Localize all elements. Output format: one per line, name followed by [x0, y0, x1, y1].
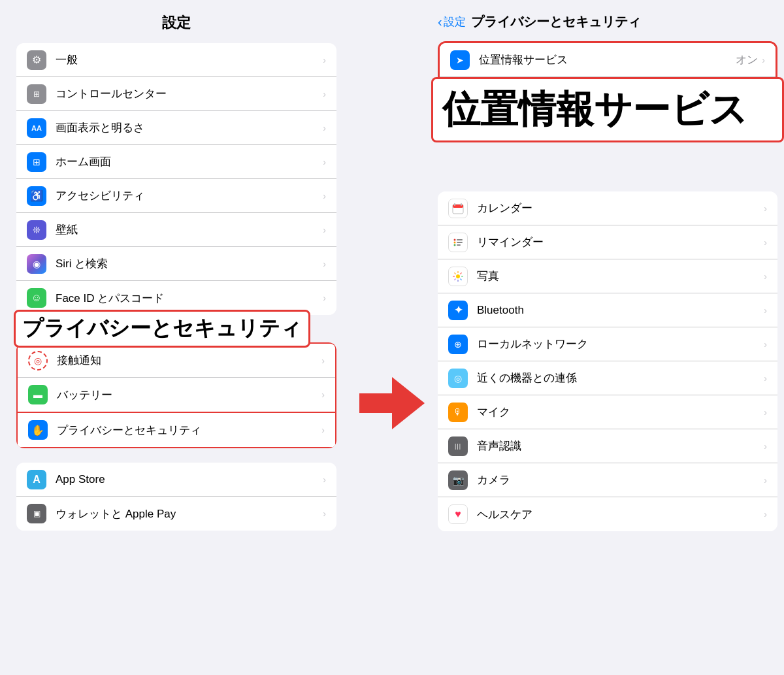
svg-point-5 — [454, 241, 456, 243]
homescreen-icon: ⊞ — [27, 152, 46, 172]
wallpaper-label: 壁紙 — [56, 222, 323, 237]
svg-rect-18 — [454, 272, 456, 274]
mic-label: マイク — [477, 404, 764, 420]
svg-rect-15 — [458, 280, 459, 282]
right-row-localnet[interactable]: ⊕ ローカルネットワーク › — [438, 327, 777, 361]
location-chevron: › — [762, 55, 765, 65]
speech-chevron: › — [764, 441, 767, 452]
battery-icon: ▬ — [28, 385, 48, 404]
privacy-chevron: › — [321, 425, 325, 435]
right-row-health[interactable]: ♥ ヘルスケア › — [438, 497, 777, 531]
svg-rect-16 — [454, 278, 456, 280]
left-panel: 設定 ⚙ 一般 › ⊞ コントロールセンター › AA 画面表示と明るさ › ⊞… — [0, 0, 353, 675]
location-label: 位置情報サービス — [479, 52, 736, 67]
health-label: ヘルスケア — [477, 507, 764, 522]
display-icon: AA — [27, 118, 46, 138]
accessibility-icon: ♿ — [27, 186, 46, 206]
sidebar-item-wallpaper[interactable]: ❊ 壁紙 › — [16, 213, 336, 247]
mic-chevron: › — [764, 407, 767, 418]
speech-icon: ||| — [448, 436, 468, 456]
contact-icon: ◎ — [28, 351, 48, 370]
calendar-icon — [448, 199, 468, 218]
svg-rect-14 — [460, 278, 462, 280]
general-icon: ⚙ — [27, 50, 46, 70]
svg-point-4 — [454, 239, 456, 240]
appstore-label: App Store — [56, 473, 323, 486]
svg-rect-12 — [460, 272, 462, 274]
back-chevron-icon: ‹ — [438, 14, 442, 29]
general-chevron: › — [323, 55, 326, 65]
speech-label: 音声認識 — [477, 438, 764, 453]
sidebar-item-general[interactable]: ⚙ 一般 › — [16, 43, 336, 77]
bluetooth-label: Bluetooth — [477, 304, 764, 317]
privacy-icon: ✋ — [28, 420, 48, 440]
contact-label: 接触通知 — [57, 353, 321, 368]
right-row-photos[interactable]: 写真 › — [438, 259, 777, 293]
wallpaper-icon: ❊ — [27, 220, 46, 240]
right-row-reminders[interactable]: リマインダー › — [438, 225, 777, 259]
nearby-chevron: › — [764, 373, 767, 384]
svg-rect-9 — [457, 244, 461, 246]
sidebar-item-homescreen[interactable]: ⊞ ホーム画面 › — [16, 145, 336, 179]
appstore-chevron: › — [323, 474, 326, 485]
display-chevron: › — [323, 123, 326, 133]
privacy-label: プライバシーとセキュリティ — [57, 423, 321, 438]
wallpaper-chevron: › — [323, 225, 326, 235]
svg-rect-7 — [457, 239, 463, 240]
sidebar-item-privacy[interactable]: ✋ プライバシーとセキュリティ › — [18, 413, 335, 447]
mic-icon: 🎙 — [448, 403, 468, 422]
back-button[interactable]: ‹ 設定 — [438, 14, 466, 29]
sidebar-item-control[interactable]: ⊞ コントロールセンター › — [16, 77, 336, 111]
localnet-label: ローカルネットワーク — [477, 337, 764, 352]
svg-rect-11 — [458, 271, 459, 273]
contact-chevron: › — [321, 355, 325, 366]
sidebar-item-battery[interactable]: ▬ バッテリー › — [18, 378, 335, 412]
sidebar-item-contact-trace[interactable]: ◎ 接触通知 › — [18, 344, 335, 378]
faceid-icon: ☺ — [27, 288, 46, 308]
sidebar-item-siri[interactable]: ◉ Siri と検索 › — [16, 247, 336, 281]
wallet-icon: ▣ — [27, 504, 46, 523]
settings-group-1: ⚙ 一般 › ⊞ コントロールセンター › AA 画面表示と明るさ › ⊞ ホー… — [16, 43, 336, 315]
control-chevron: › — [323, 89, 326, 99]
right-row-location[interactable]: ➤ 位置情報サービス オン › — [440, 43, 776, 77]
camera-chevron: › — [764, 475, 767, 486]
sidebar-item-wallet[interactable]: ▣ ウォレットと Apple Pay › — [16, 497, 336, 531]
right-row-speech[interactable]: ||| 音声認識 › — [438, 429, 777, 463]
reminders-label: リマインダー — [477, 235, 764, 250]
accessibility-label: アクセシビリティ — [56, 188, 323, 203]
right-row-nearby[interactable]: ◎ 近くの機器との連係 › — [438, 361, 777, 395]
battery-label: バッテリー — [57, 387, 321, 403]
camera-label: カメラ — [477, 472, 764, 487]
calendar-chevron: › — [764, 203, 767, 214]
appstore-icon: A — [27, 470, 46, 489]
sidebar-item-appstore[interactable]: A App Store › — [16, 463, 336, 497]
right-row-camera[interactable]: 📷 カメラ › — [438, 463, 777, 497]
sidebar-item-accessibility[interactable]: ♿ アクセシビリティ › — [16, 179, 336, 213]
privacy-big-label: プライバシーとセキュリティ — [22, 316, 302, 340]
siri-icon: ◉ — [27, 254, 46, 274]
localnet-chevron: › — [764, 339, 767, 350]
sidebar-item-display[interactable]: AA 画面表示と明るさ › — [16, 111, 336, 145]
health-chevron: › — [764, 509, 767, 519]
location-big-overlay-label: 位置情報サービス — [442, 88, 747, 130]
svg-point-10 — [456, 274, 460, 278]
svg-rect-8 — [457, 242, 463, 243]
svg-rect-17 — [453, 276, 455, 276]
display-label: 画面表示と明るさ — [56, 120, 323, 135]
right-row-mic[interactable]: 🎙 マイク › — [438, 395, 777, 429]
nearby-label: 近くの機器との連係 — [477, 370, 764, 386]
siri-label: Siri と検索 — [56, 256, 323, 271]
siri-chevron: › — [323, 259, 326, 269]
wallet-chevron: › — [323, 508, 326, 519]
svg-rect-3 — [461, 203, 462, 206]
camera-icon: 📷 — [448, 470, 468, 490]
photos-chevron: › — [764, 271, 767, 282]
right-panel: ‹ 設定 プライバシーとセキュリティ ➤ 位置情報サービス オン › 📞 トラッ… — [431, 0, 784, 675]
navigation-arrow — [353, 0, 431, 675]
control-label: コントロールセンター — [56, 86, 323, 101]
location-icon: ➤ — [450, 50, 470, 70]
settings-group-3: A App Store › ▣ ウォレットと Apple Pay › — [16, 463, 336, 531]
faceid-chevron: › — [323, 293, 326, 303]
right-row-bluetooth[interactable]: ✦ Bluetooth › — [438, 293, 777, 327]
right-row-calendar[interactable]: カレンダー › — [438, 191, 777, 225]
